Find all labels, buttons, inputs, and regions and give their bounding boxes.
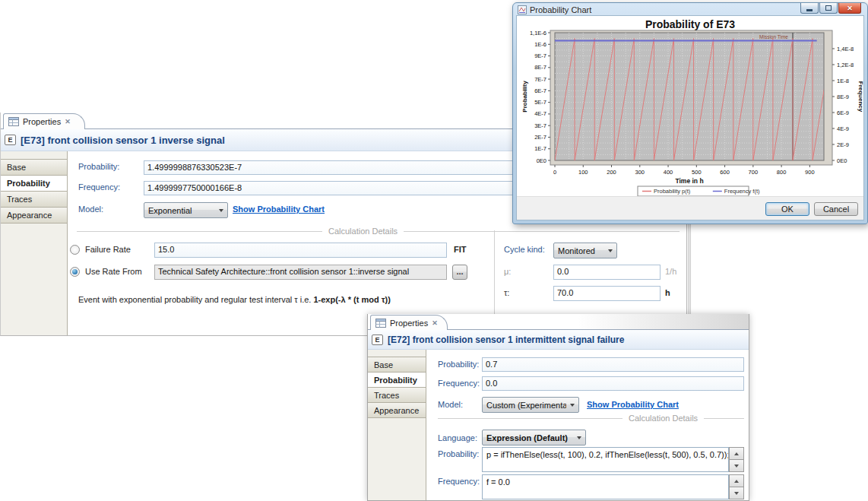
chevron-down-icon [215,203,227,217]
browse-button[interactable]: ... [452,265,467,280]
properties-tab[interactable]: Properties ✕ [3,113,85,129]
svg-text:8E-7: 8E-7 [534,64,546,71]
tab-label: Properties [23,117,61,126]
probability-expression-scrollbar[interactable] [729,447,744,472]
svg-text:Probability p(t): Probability p(t) [654,188,691,195]
failure-rate-unit: FIT [454,245,467,254]
show-probability-chart-link[interactable]: Show Probability Chart [233,205,325,214]
use-rate-from-radio[interactable] [70,267,80,277]
properties-view-icon [375,319,386,328]
element-header: E [E72] front collision sensor 1 intermi… [368,330,749,350]
probability-expression-area[interactable]: p = ifThenElse(less(t, 100), 0.2, ifThen… [482,447,729,472]
svg-text:300: 300 [635,169,645,176]
svg-text:0E0: 0E0 [837,157,847,164]
description-text: Event with exponential probability and r… [78,295,313,304]
cancel-button[interactable]: Cancel [814,202,858,216]
language-dropdown-value: Expression (Default) [483,433,573,442]
mission-time-label: Mission Time [759,34,788,40]
svg-text:1,2E-8: 1,2E-8 [837,62,854,68]
property-tabs-sidebar: Base Probability Traces Appearance [368,350,426,500]
frequency-expression-area[interactable]: f = 0.0 [482,474,729,499]
page-title: [E72] front collision sensor 1 intermitt… [388,335,624,345]
probability-field[interactable]: 0.7 [482,357,744,372]
sidebar-item-base[interactable]: Base [368,357,426,373]
frequency-expression-scrollbar[interactable] [729,474,744,499]
close-button[interactable]: ✕ [838,3,861,14]
scroll-up-icon[interactable] [729,447,744,460]
scroll-down-icon[interactable] [729,487,744,499]
sidebar-item-traces[interactable]: Traces [1,192,67,208]
model-dropdown[interactable]: Exponential [144,202,228,218]
view-tab-bar: Properties ✕ [368,314,749,330]
minimize-button[interactable] [800,3,819,14]
failure-rate-radio[interactable] [70,245,80,255]
mu-label: μ: [504,267,511,276]
svg-text:1,4E-8: 1,4E-8 [837,46,854,52]
model-label: Model: [438,400,463,409]
svg-text:0: 0 [553,169,556,176]
chevron-down-icon [604,243,616,258]
svg-text:900: 900 [805,169,815,176]
svg-text:700: 700 [749,169,759,176]
cycle-kind-value: Monitored [554,246,604,255]
ok-button[interactable]: OK [765,202,809,216]
probability-chart-dialog: Probability Chart ✕ Probability of E73 M… [512,2,868,224]
failure-rate-field[interactable]: 15.0 [154,243,447,258]
mu-field[interactable]: 0.0 [553,265,661,280]
sidebar-item-probability[interactable]: Probability [368,373,426,388]
model-dropdown-value: Custom (Experimental) [483,401,566,410]
sidebar-item-probability[interactable]: Probability [1,176,67,192]
description-formula: 1-exp(-λ * (t mod τ)) [313,295,390,304]
close-icon[interactable]: ✕ [432,319,438,327]
close-icon[interactable]: ✕ [65,118,71,125]
chevron-down-icon [566,398,578,412]
properties-tab[interactable]: Properties ✕ [370,315,448,330]
scroll-up-icon[interactable] [729,474,744,487]
properties-view-e72: Properties ✕ E [E72] front collision sen… [367,314,749,501]
chart-legend: Probability p(t)Frequency f(t) [638,186,760,196]
model-dropdown[interactable]: Custom (Experimental) [482,397,579,413]
sidebar-item-base[interactable]: Base [1,160,67,176]
svg-text:4E-7: 4E-7 [534,110,546,117]
dialog-button-bar: OK Cancel [517,196,863,220]
tau-label: τ: [504,288,509,297]
event-icon: E [372,335,383,345]
probability-label: Probability: [78,162,119,171]
dialog-title: Probability Chart [530,5,591,14]
frequency-field[interactable]: 0.0 [482,376,744,391]
sidebar-item-appearance[interactable]: Appearance [1,208,67,224]
language-label: Language: [438,433,477,442]
event-icon: E [5,135,16,145]
tau-unit: h [665,288,670,297]
page-title: [E73] front collision sensor 1 inverse s… [21,135,225,146]
probability-chart: Mission Time1,1E-61E-69E-78E-77E-76E-75E… [518,29,864,198]
mu-unit: 1/h [665,267,676,276]
x-axis: 0100200300400500600700800900 [553,165,815,176]
cycle-kind-dropdown[interactable]: Monitored [553,243,617,258]
svg-text:3E-7: 3E-7 [534,122,546,129]
svg-text:Frequency f(t): Frequency f(t) [724,188,760,195]
section-label: Calculation Details [322,227,404,236]
section-label: Calculation Details [622,414,704,423]
svg-text:0E0: 0E0 [537,157,546,164]
use-rate-from-label: Use Rate From [85,267,142,276]
svg-text:800: 800 [777,169,787,176]
tab-label: Properties [390,319,428,328]
tau-field[interactable]: 70.0 [553,286,661,301]
window-controls: ✕ [800,3,861,14]
svg-text:7E-7: 7E-7 [534,76,546,83]
sidebar-item-appearance[interactable]: Appearance [368,403,426,418]
use-rate-from-field[interactable]: Technical Safety Architecture::front col… [154,265,447,280]
left-axis-title: Probability [521,81,528,113]
calculation-details-separator: Calculation Details [77,227,680,236]
language-dropdown[interactable]: Expression (Default) [482,430,586,446]
svg-text:500: 500 [692,169,702,176]
frequency-label: Frequency: [78,182,120,192]
probability-label: Probability: [438,360,479,369]
sidebar-item-traces[interactable]: Traces [368,388,426,403]
svg-text:1,1E-6: 1,1E-6 [530,30,546,36]
show-probability-chart-link[interactable]: Show Probability Chart [587,400,679,409]
svg-text:6E-9: 6E-9 [837,109,849,116]
scroll-down-icon[interactable] [729,460,744,472]
maximize-button[interactable] [819,3,838,14]
